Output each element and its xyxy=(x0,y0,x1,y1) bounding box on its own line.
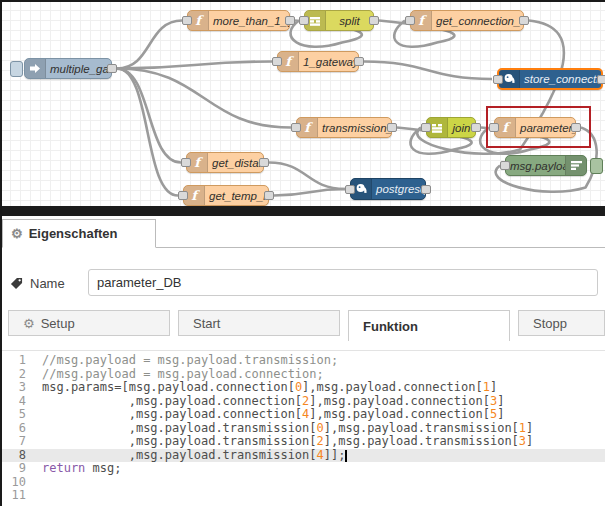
tab-stopp[interactable]: Stopp xyxy=(518,310,605,336)
window-top-edge xyxy=(0,0,605,2)
node-label: store_connection_data xyxy=(520,73,601,85)
output-port[interactable] xyxy=(471,123,481,132)
node-get_distance[interactable]: fget_distance xyxy=(186,152,264,173)
node-store_connection_data[interactable]: store_connection_data xyxy=(497,68,603,90)
code-editor[interactable]: 1234567891011 //msg.payload = msg.payloa… xyxy=(0,350,605,506)
tab-label: Funktion xyxy=(363,319,418,334)
code-line[interactable]: ,msg.payload.connection[2],msg.payload.c… xyxy=(42,395,605,409)
line-number: 3 xyxy=(0,381,36,395)
wire-get_distance-to-postgresql[interactable] xyxy=(269,163,345,190)
node-multiple_gateways[interactable]: multiple_gateways xyxy=(24,58,112,79)
output-port[interactable] xyxy=(285,16,295,25)
line-number: 7 xyxy=(0,435,36,449)
wire-multiple_gateways-to-get_distance[interactable] xyxy=(117,69,181,163)
input-port[interactable] xyxy=(272,57,282,66)
inject-button[interactable] xyxy=(10,61,23,77)
name-field-label: Name xyxy=(30,276,65,291)
line-number: 6 xyxy=(0,422,36,436)
tag-icon xyxy=(10,277,23,290)
code-line[interactable]: //msg.payload = msg.payload.connection; xyxy=(42,368,605,382)
inject-arrow-icon xyxy=(25,59,46,78)
text-cursor xyxy=(345,450,347,462)
input-port[interactable] xyxy=(299,16,309,25)
node-transmission_data[interactable]: ftransmission_data xyxy=(296,117,392,138)
input-port[interactable] xyxy=(493,75,503,84)
gear-icon: ⚙ xyxy=(11,226,23,241)
node-f_gateway[interactable]: f1_gateway xyxy=(277,51,359,72)
code-line[interactable]: ,msg.payload.transmission[0],msg.payload… xyxy=(42,422,605,436)
input-port[interactable] xyxy=(178,191,188,200)
tab-row-line xyxy=(155,247,605,248)
wire-multiple_gateways-to-more_than_1_gatew[interactable] xyxy=(117,21,182,69)
output-port[interactable] xyxy=(387,123,397,132)
output-port[interactable] xyxy=(369,16,379,25)
input-port[interactable] xyxy=(405,16,415,25)
output-port[interactable] xyxy=(264,191,274,200)
code-line[interactable] xyxy=(42,476,605,490)
line-number: 10 xyxy=(0,476,36,490)
output-port[interactable] xyxy=(597,75,605,84)
line-number: 9 xyxy=(0,462,36,476)
input-port[interactable] xyxy=(489,123,499,132)
node-label: get_connection_data_db xyxy=(432,15,523,27)
node-label: get_temp_meas xyxy=(205,190,268,202)
gear-icon: ⚙ xyxy=(23,316,35,331)
debug-toggle-button[interactable] xyxy=(590,158,603,174)
wire-get_temp_meas-to-postgresql[interactable] xyxy=(274,189,345,196)
name-input[interactable] xyxy=(88,269,598,296)
code-line[interactable]: ,msg.payload.transmission[4]]; xyxy=(42,449,605,463)
flow-canvas[interactable]: multiple_gatewaysfmore_than_1_gatewsplit… xyxy=(0,0,605,206)
panel-divider[interactable] xyxy=(0,206,605,216)
function-tab-bar: ⚙SetupStartFunktionStopp xyxy=(8,310,605,341)
input-port[interactable] xyxy=(500,161,510,170)
window-left-edge xyxy=(0,0,2,506)
node-label: multiple_gateways xyxy=(46,63,111,75)
tab-funktion[interactable]: Funktion xyxy=(348,310,510,341)
node-split[interactable]: split xyxy=(304,10,374,31)
tab-setup[interactable]: ⚙Setup xyxy=(8,310,170,336)
node-label: transmission_data xyxy=(318,122,391,134)
output-port[interactable] xyxy=(354,57,364,66)
node-label: more_than_1_gatew xyxy=(209,15,289,27)
line-number: 1 xyxy=(0,354,36,368)
node-postgresql[interactable]: postgresql xyxy=(350,178,426,200)
node-get_connection_data_db[interactable]: fget_connection_data_db xyxy=(410,10,524,31)
tab-label: Setup xyxy=(41,316,75,331)
input-port[interactable] xyxy=(181,158,191,167)
output-port[interactable] xyxy=(519,16,529,25)
input-port[interactable] xyxy=(182,16,192,25)
line-number: 4 xyxy=(0,395,36,409)
editor-gutter: 1234567891011 xyxy=(0,351,36,506)
node-get_temp_meas[interactable]: fget_temp_meas xyxy=(183,185,269,206)
output-port[interactable] xyxy=(259,158,269,167)
input-port[interactable] xyxy=(421,123,431,132)
tab-start[interactable]: Start xyxy=(178,310,340,336)
code-line[interactable]: msg.params=[msg.payload.connection[0],ms… xyxy=(42,381,605,395)
input-port[interactable] xyxy=(291,123,301,132)
node-label: msg.payload xyxy=(506,160,565,172)
code-line[interactable]: return msg; xyxy=(42,462,605,476)
output-port[interactable] xyxy=(107,64,117,73)
node-msg_payload[interactable]: msg.payload xyxy=(505,155,587,176)
output-port[interactable] xyxy=(421,185,431,194)
properties-tab-label: Eigenschaften xyxy=(29,226,118,241)
node-parameter_DB[interactable]: fparameter_DB xyxy=(494,117,576,138)
node-join[interactable]: join xyxy=(426,117,476,138)
output-port[interactable] xyxy=(571,123,581,132)
node-label: split xyxy=(326,15,373,27)
tab-eigenschaften[interactable]: ⚙ Eigenschaften xyxy=(2,219,156,248)
line-number: 11 xyxy=(0,489,36,503)
debug-bars-icon xyxy=(565,156,586,175)
code-line[interactable] xyxy=(42,489,605,503)
properties-panel: ⚙ Eigenschaften Name ⚙SetupStartFunktion… xyxy=(0,216,605,506)
wire-multiple_gateways-to-f_gateway[interactable] xyxy=(117,62,272,69)
input-port[interactable] xyxy=(345,185,355,194)
wire-multiple_gateways-to-get_temp_meas[interactable] xyxy=(117,69,178,196)
wire-f_gateway-to-store_connection_data[interactable] xyxy=(364,62,492,80)
node-more_than_1_gatew[interactable]: fmore_than_1_gatew xyxy=(187,10,290,31)
node-label: get_distance xyxy=(208,157,263,169)
code-line[interactable]: //msg.payload = msg.payload.transmission… xyxy=(42,354,605,368)
code-line[interactable]: ,msg.payload.connection[4],msg.payload.c… xyxy=(42,408,605,422)
tab-label: Stopp xyxy=(533,316,567,331)
code-line[interactable]: ,msg.payload.transmission[2],msg.payload… xyxy=(42,435,605,449)
